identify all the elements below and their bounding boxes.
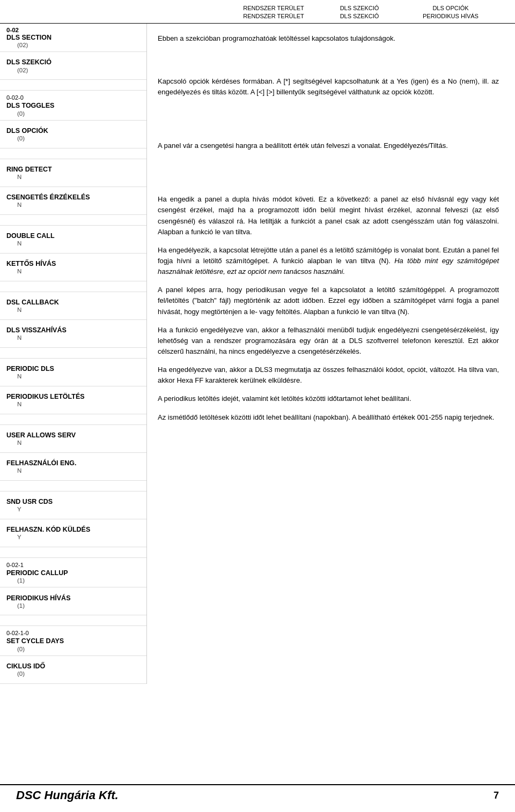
- value-kettős-hívás: N: [17, 268, 141, 274]
- text-double-call-desc: Ha engedik a panel a dupla hívás módot k…: [158, 194, 499, 237]
- spacer-5: [0, 348, 146, 359]
- spacer-4: [0, 281, 146, 292]
- block-periodic-dls-desc: A panel képes arra, hogy periodikusan ve…: [158, 285, 499, 317]
- text-user-allows-serv-desc: Ha a funkció engedélyezve van, akkor a f…: [158, 325, 499, 357]
- value-csengetés-érzékelés: N: [17, 202, 141, 208]
- addr-0-02: 0-02: [6, 27, 141, 33]
- section-periodikus-letöltés: PERIODIKUS LETÖLTÉS N: [0, 386, 146, 414]
- block-dsl-callback-desc: Ha engedélyezik, a kapcsolat létrejötte …: [158, 245, 499, 277]
- block-set-cycle-days-desc: Az ismétlődő letöltések közötti időt leh…: [158, 412, 499, 423]
- text-set-cycle-days-desc: Az ismétlődő letöltések közötti időt leh…: [158, 412, 499, 423]
- main-content: 0-02 DLS SECTION (02) DLS SZEKCIÓ (02) 0…: [0, 24, 515, 684]
- value-dls-toggles: (0): [17, 110, 141, 117]
- header-col-1: RENDSZER TERÜLET RENDSZER TERÜLET: [231, 4, 317, 21]
- label-dls-szekció: DLS SZEKCIÓ: [6, 58, 141, 66]
- spacer-6: [0, 414, 146, 425]
- value-dsl-callback: N: [17, 307, 141, 313]
- header-col1-line2: RENDSZER TERÜLET: [231, 12, 317, 20]
- value-periodic-callup: (1): [17, 577, 141, 584]
- label-snd-usr-cds: SND USR CDS: [6, 497, 141, 506]
- section-periodikus-hívás: PERIODIKUS HÍVÁS (1): [0, 587, 146, 615]
- header-col-2: DLS SZEKCIÓ DLS SZEKCIÓ: [317, 4, 402, 21]
- section-snd-usr-cds: SND USR CDS Y: [0, 491, 146, 519]
- label-periodic-dls: PERIODIC DLS: [6, 364, 141, 373]
- text-periodic-callup-desc: A periodikus letöltés idejét, valamint k…: [158, 393, 499, 404]
- value-snd-usr-cds: Y: [17, 506, 141, 512]
- section-periodic-callup: 0-02-1 PERIODIC CALLUP (1): [0, 558, 146, 588]
- text-ring-detect-desc: A panel vár a csengetési hangra a beállí…: [158, 140, 499, 151]
- spacer-2: [0, 148, 146, 159]
- header-col3-line2: PERIODIKUS HÍVÁS: [402, 12, 499, 20]
- header-col1-line1: RENDSZER TERÜLET: [231, 4, 317, 12]
- value-periodikus-hívás: (1): [17, 602, 141, 609]
- value-user-allows-serv: N: [17, 439, 141, 446]
- section-ciklus-idő: CIKLUS IDŐ (0): [0, 656, 146, 684]
- label-dls-section: DLS SECTION: [6, 33, 141, 42]
- section-felhasználói-eng: FELHASZNÁLÓI ENG. N: [0, 453, 146, 481]
- label-felhasználói-eng: FELHASZNÁLÓI ENG.: [6, 459, 141, 467]
- label-dsl-callback: DSL CALLBACK: [6, 298, 141, 307]
- label-set-cycle-days: SET CYCLE DAYS: [6, 637, 141, 645]
- spacer-3: [0, 215, 146, 226]
- block-user-allows-serv-desc: Ha a funkció engedélyezve van, akkor a f…: [158, 325, 499, 357]
- addr-0-02-1-0: 0-02-1-0: [6, 629, 141, 637]
- value-felhasználói-eng: N: [17, 467, 141, 474]
- label-periodic-callup: PERIODIC CALLUP: [6, 569, 141, 577]
- text-dls-toggles-desc: Kapcsoló opciók kérdéses formában. A [*]…: [158, 76, 499, 98]
- spacer-1: [0, 80, 146, 91]
- addr-0-02-1: 0-02-1: [6, 561, 141, 569]
- addr-0-02-0: 0-02-0: [6, 94, 141, 101]
- page-header: RENDSZER TERÜLET RENDSZER TERÜLET DLS SZ…: [0, 0, 515, 24]
- value-ciklus-idő: (0): [17, 671, 141, 677]
- section-kettős-hívás: KETTŐS HÍVÁS N: [0, 254, 146, 281]
- section-felhaszn-kód-küldés: FELHASZN. KÓD KÜLDÉS Y: [0, 519, 146, 547]
- value-periodikus-letöltés: N: [17, 401, 141, 407]
- label-dls-toggles: DLS TOGGLES: [6, 101, 141, 110]
- value-dls-opciók: (0): [17, 135, 141, 141]
- footer-company: DSC Hungária Kft.: [16, 788, 119, 802]
- label-periodikus-letöltés: PERIODIKUS LETÖLTÉS: [6, 392, 141, 401]
- page-container: RENDSZER TERÜLET RENDSZER TERÜLET DLS SZ…: [0, 0, 515, 812]
- value-dls-visszahívás: N: [17, 334, 141, 341]
- section-periodic-dls: PERIODIC DLS N: [0, 359, 146, 386]
- section-dls-section: 0-02 DLS SECTION (02): [0, 24, 146, 52]
- block-intro: Ebben a szekcióban programozhatóak letöl…: [158, 33, 499, 44]
- value-periodic-dls: N: [17, 373, 141, 379]
- header-col-3: DLS OPCIÓK PERIODIKUS HÍVÁS: [402, 4, 499, 21]
- section-dls-visszahívás: DLS VISSZAHÍVÁS N: [0, 320, 146, 348]
- text-snd-usr-cds-desc: Ha engedélyezve van, akkor a DLS3 megmut…: [158, 364, 499, 386]
- section-dls-toggles: 0-02-0 DLS TOGGLES (0): [0, 91, 146, 121]
- text-dsl-callback-desc: Ha engedélyezik, a kapcsolat létrejötte …: [158, 245, 499, 277]
- right-column: Ebben a szekcióban programozhatóak letöl…: [147, 24, 515, 684]
- label-dls-visszahívás: DLS VISSZAHÍVÁS: [6, 326, 141, 334]
- block-double-call-desc: Ha engedik a panel a dupla hívás módot k…: [158, 194, 499, 237]
- left-column: 0-02 DLS SECTION (02) DLS SZEKCIÓ (02) 0…: [0, 24, 147, 684]
- section-double-call: DOUBLE CALL N: [0, 226, 146, 254]
- value-dls-szekció: (02): [17, 67, 141, 73]
- label-felhaszn-kód-küldés: FELHASZN. KÓD KÜLDÉS: [6, 525, 141, 534]
- value-set-cycle-days: (0): [17, 646, 141, 652]
- value-ring-detect: N: [17, 174, 141, 180]
- label-periodikus-hívás: PERIODIKUS HÍVÁS: [6, 594, 141, 602]
- block-ring-detect-desc: A panel vár a csengetési hangra a beállí…: [158, 140, 499, 151]
- block-dls-toggles-desc: Kapcsoló opciók kérdéses formában. A [*]…: [158, 76, 499, 98]
- spacer-9: [0, 615, 146, 626]
- label-double-call: DOUBLE CALL: [6, 232, 141, 240]
- spacer-7: [0, 481, 146, 491]
- section-csengetés-érzékelés: CSENGETÉS ÉRZÉKELÉS N: [0, 187, 146, 215]
- header-col2-line1: DLS SZEKCIÓ: [317, 4, 402, 12]
- label-dls-opciók: DLS OPCIÓK: [6, 126, 141, 135]
- value-double-call: N: [17, 240, 141, 247]
- section-dsl-callback: DSL CALLBACK N: [0, 292, 146, 320]
- label-ring-detect: RING DETECT: [6, 165, 141, 174]
- section-set-cycle-days: 0-02-1-0 SET CYCLE DAYS (0): [0, 626, 146, 656]
- footer-page: 7: [494, 790, 499, 801]
- section-user-allows-serv: USER ALLOWS SERV N: [0, 425, 146, 453]
- label-user-allows-serv: USER ALLOWS SERV: [6, 431, 141, 439]
- block-periodic-callup-desc: A periodikus letöltés idejét, valamint k…: [158, 393, 499, 404]
- label-ciklus-idő: CIKLUS IDŐ: [6, 662, 141, 671]
- section-dls-szekció: DLS SZEKCIÓ (02): [0, 52, 146, 80]
- section-dls-opciók: DLS OPCIÓK (0): [0, 121, 146, 148]
- spacer-8: [0, 547, 146, 558]
- label-csengetés-érzékelés: CSENGETÉS ÉRZÉKELÉS: [6, 193, 141, 202]
